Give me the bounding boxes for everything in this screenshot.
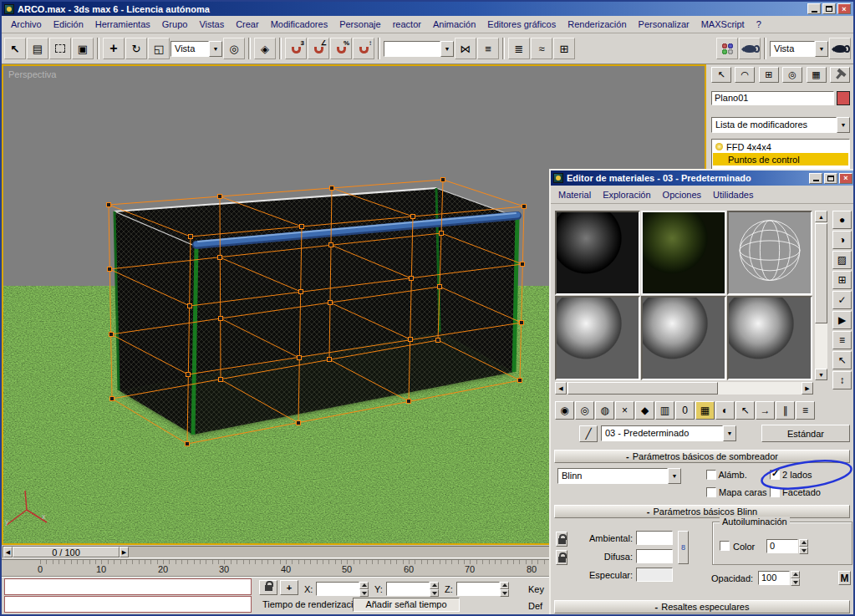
select-by-material-button[interactable]: ↖ [832, 351, 852, 369]
tab-modify-icon[interactable]: ◠ [735, 67, 755, 83]
select-and-manipulate-button[interactable] [254, 38, 276, 59]
scale-button[interactable] [148, 38, 170, 59]
two-sided-checkbox[interactable] [770, 470, 780, 480]
tab-hierarchy-icon[interactable]: ⊞ [759, 67, 779, 83]
face-map-checkbox[interactable] [706, 487, 716, 497]
background-button[interactable]: ▨ [832, 251, 852, 269]
backlight-button[interactable]: ◑ [832, 231, 852, 249]
material-slot-1[interactable] [555, 211, 640, 295]
material-editor-button[interactable] [716, 38, 738, 59]
y-spinner[interactable] [430, 582, 439, 597]
quick-render-button[interactable] [829, 38, 851, 59]
go-to-parent-button[interactable]: ↖ [735, 401, 755, 420]
faceted-checkbox[interactable] [770, 487, 780, 497]
go-forward-sibling-button[interactable]: → [756, 401, 775, 420]
x-spinner[interactable] [359, 582, 369, 597]
slots-vertical-scrollbar[interactable]: ▲ ▼ [815, 211, 827, 380]
scroll-left-icon[interactable]: ◀ [555, 382, 567, 395]
chevron-down-icon[interactable] [815, 41, 828, 57]
specular-color-swatch[interactable] [636, 568, 673, 582]
material-slot-4[interactable] [555, 296, 640, 380]
scrollbar-thumb[interactable] [567, 382, 718, 395]
menu-vistas[interactable]: Vistas [193, 17, 230, 32]
title-bar[interactable]: ARCO.max - 3ds max 6 - Licencia autónoma… [2, 2, 853, 16]
menu-personaje[interactable]: Personaje [333, 17, 387, 32]
make-unique-button[interactable]: ◆ [635, 401, 654, 420]
align-button[interactable] [477, 38, 499, 59]
menu-crear[interactable]: Crear [230, 17, 265, 32]
minimize-button[interactable] [809, 173, 822, 184]
minimize-button[interactable] [807, 3, 821, 14]
spinner-snap-button[interactable]: ↕ [353, 38, 374, 59]
select-by-name-button[interactable] [27, 38, 48, 59]
two-sided-checkbox-row[interactable]: 2 lados [770, 470, 812, 480]
video-color-check-button[interactable]: ✓ [832, 291, 852, 309]
get-material-button[interactable]: ◉ [555, 401, 574, 420]
chevron-down-icon[interactable] [668, 468, 681, 484]
show-map-in-viewport-button[interactable]: ▦ [695, 401, 715, 420]
use-center-button[interactable] [223, 38, 245, 59]
mirror-button[interactable] [455, 38, 476, 59]
opacity-spinner[interactable] [791, 571, 800, 586]
tab-utilities-icon[interactable] [830, 67, 850, 83]
chevron-down-icon[interactable] [837, 117, 850, 133]
window-crossing-button[interactable] [72, 38, 94, 59]
shader-rollout-header[interactable]: Parámetros básicos de sombreador [554, 450, 850, 463]
chevron-down-icon[interactable] [209, 41, 222, 57]
stack-item-ffd[interactable]: FFD 4x4x4 [713, 140, 848, 153]
scrollbar-thumb[interactable] [815, 223, 827, 323]
assign-material-button[interactable]: ◍ [595, 401, 614, 420]
show-end-result-button[interactable]: ◐ [715, 401, 735, 420]
menu-animacion[interactable]: Animación [427, 17, 481, 32]
named-selection-sets-dropdown[interactable] [384, 41, 454, 57]
material-name-dropdown[interactable]: 03 - Predeterminado [601, 425, 736, 441]
chevron-down-icon[interactable] [723, 425, 736, 441]
maxscript-mini-listener-top[interactable] [4, 578, 252, 595]
modifier-list-dropdown[interactable]: Lista de modificadores [711, 117, 850, 133]
wire-checkbox[interactable] [706, 470, 716, 480]
tab-display-icon[interactable]: ▦ [807, 67, 827, 83]
reset-map-button[interactable]: × [615, 401, 634, 420]
faceted-checkbox-row[interactable]: Facetado [770, 487, 821, 497]
tab-motion-icon[interactable]: ◎ [782, 67, 802, 83]
scroll-up-icon[interactable]: ▲ [815, 211, 827, 222]
render-scene-button[interactable] [739, 38, 761, 59]
blinn-rollout-header[interactable]: Parámetros básicos Blinn [554, 505, 850, 518]
stack-subitem-control-points[interactable]: Puntos de control [713, 153, 848, 165]
material-options-button[interactable]: ≡ [796, 401, 815, 420]
face-map-checkbox-row[interactable]: Mapa caras [706, 487, 767, 497]
curve-editor-button[interactable] [531, 38, 552, 59]
object-color-swatch[interactable] [837, 91, 850, 105]
time-slider-handle[interactable]: 0 / 100 [13, 547, 120, 557]
scroll-right-icon[interactable]: ▶ [802, 382, 813, 395]
lock-selection-button[interactable] [259, 580, 277, 595]
schematic-view-button[interactable] [553, 38, 575, 59]
tab-create-icon[interactable]: ↖ [711, 67, 731, 83]
ambient-diffuse-link-button[interactable]: 8 [678, 531, 689, 564]
material-map-navigator-button[interactable]: ↕ [832, 371, 852, 389]
material-slot-6[interactable] [727, 296, 812, 380]
absolute-offset-toggle[interactable]: + [280, 580, 298, 595]
specular-rollout-header[interactable]: Resaltes especulares [554, 600, 850, 613]
material-editor-title-bar[interactable]: Editor de materiales - 03 - Predetermina… [551, 171, 855, 186]
layer-manager-button[interactable] [508, 38, 530, 59]
menu-modificadores[interactable]: Modificadores [265, 17, 333, 32]
menu-reactor[interactable]: reactor [387, 17, 427, 32]
menu-grupo[interactable]: Grupo [156, 17, 194, 32]
sample-type-button[interactable]: ● [832, 211, 852, 229]
percent-snap-button[interactable]: % [330, 38, 352, 59]
render-type-dropdown[interactable]: Vista [770, 41, 828, 57]
menu-archivo[interactable]: Archivo [5, 17, 48, 32]
material-type-button[interactable]: Estándar [761, 425, 850, 442]
chevron-down-icon[interactable] [440, 41, 454, 57]
select-object-button[interactable] [4, 38, 26, 59]
move-button[interactable] [103, 38, 125, 59]
opacity-field[interactable]: 100 [758, 571, 790, 585]
add-time-tag-button[interactable]: Añadir señal tiempo [353, 598, 460, 612]
key-mode-label[interactable]: Key [528, 584, 544, 594]
material-slot-3[interactable] [727, 211, 812, 295]
previous-frame-icon[interactable]: ◀ [3, 547, 13, 557]
put-to-library-button[interactable]: ▥ [655, 401, 674, 420]
snap-toggle-button[interactable]: 3 [285, 38, 307, 59]
z-coordinate-field[interactable] [456, 582, 500, 596]
